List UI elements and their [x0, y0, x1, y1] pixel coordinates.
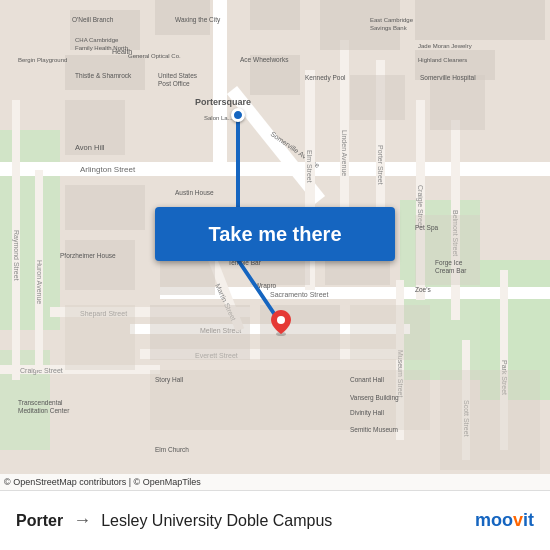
svg-text:Zoe's: Zoe's: [415, 286, 431, 293]
svg-text:General Optical Co.: General Optical Co.: [128, 53, 181, 59]
svg-text:Vanserg Building: Vanserg Building: [350, 394, 399, 402]
svg-text:United States: United States: [158, 72, 198, 79]
moovit-it: it: [523, 510, 534, 530]
svg-text:Portersquare: Portersquare: [195, 97, 251, 107]
svg-text:Raymond Street: Raymond Street: [12, 230, 20, 281]
svg-rect-62: [350, 305, 430, 360]
svg-text:Divinity Hall: Divinity Hall: [350, 409, 385, 417]
svg-rect-51: [350, 75, 405, 120]
svg-text:Kennedy Pool: Kennedy Pool: [305, 74, 346, 82]
svg-text:Cream Bar: Cream Bar: [435, 267, 467, 274]
bottom-bar: Porter → Lesley University Doble Campus …: [0, 490, 550, 550]
attribution-text: © OpenStreetMap contributors | © OpenMap…: [4, 477, 201, 487]
svg-rect-53: [65, 185, 145, 230]
svg-rect-52: [430, 75, 485, 130]
svg-rect-55: [65, 305, 135, 370]
svg-text:Huron Avenue: Huron Avenue: [36, 260, 43, 304]
svg-text:Avon Hill: Avon Hill: [75, 143, 105, 152]
svg-rect-54: [65, 240, 135, 290]
destination-marker: [271, 310, 291, 336]
svg-point-104: [277, 316, 285, 324]
svg-text:Sacramento Street: Sacramento Street: [270, 291, 328, 298]
svg-text:Jade Moran Jewelry: Jade Moran Jewelry: [418, 43, 472, 49]
take-me-there-button[interactable]: Take me there: [155, 207, 395, 261]
svg-text:O'Neill Branch: O'Neill Branch: [72, 16, 114, 23]
moovit-logo-text: moovit: [475, 510, 534, 531]
svg-text:East Cambridge: East Cambridge: [370, 17, 414, 23]
svg-text:Story Hall: Story Hall: [155, 376, 184, 384]
svg-rect-60: [150, 305, 250, 360]
svg-text:Salon La...: Salon La...: [204, 115, 233, 121]
svg-text:Porter Street: Porter Street: [377, 145, 384, 185]
svg-text:Arlington Street: Arlington Street: [80, 165, 136, 174]
svg-rect-1: [0, 130, 60, 330]
svg-text:Forge Ice: Forge Ice: [435, 259, 463, 267]
svg-text:Thistle & Shamrock: Thistle & Shamrock: [75, 72, 132, 79]
moovit-m: moo: [475, 510, 513, 530]
svg-rect-44: [250, 0, 300, 30]
svg-text:Health: Health: [112, 48, 132, 55]
svg-text:Pforzheimer House: Pforzheimer House: [60, 252, 116, 259]
svg-text:Ace Wheelworks: Ace Wheelworks: [240, 56, 289, 63]
svg-text:Austin House: Austin House: [175, 189, 214, 196]
svg-text:Elm Church: Elm Church: [155, 446, 189, 453]
origin-marker: [231, 108, 245, 122]
destination-label: Lesley University Doble Campus: [101, 512, 332, 530]
map-attribution: © OpenStreetMap contributors | © OpenMap…: [0, 474, 550, 490]
svg-text:Bergin Playground: Bergin Playground: [18, 57, 67, 63]
svg-text:Savings Bank: Savings Bank: [370, 25, 408, 31]
svg-rect-46: [415, 0, 545, 40]
svg-text:Somerville Hospital: Somerville Hospital: [420, 74, 476, 82]
svg-text:Semitic Museum: Semitic Museum: [350, 426, 398, 433]
svg-text:Transcendental: Transcendental: [18, 399, 63, 406]
moovit-v: v: [513, 510, 523, 530]
svg-text:CHA Cambridge: CHA Cambridge: [75, 37, 119, 43]
svg-rect-19: [213, 0, 227, 175]
svg-text:Waxing the City: Waxing the City: [175, 16, 221, 24]
svg-text:Highland Cleaners: Highland Cleaners: [418, 57, 467, 63]
origin-label: Porter: [16, 512, 63, 530]
svg-text:Meditation Center: Meditation Center: [18, 407, 70, 414]
svg-text:Elm Street: Elm Street: [306, 150, 313, 183]
svg-text:Conant Hall: Conant Hall: [350, 376, 385, 383]
svg-rect-64: [440, 370, 540, 470]
map-container: Arlington Street Sacramento Street Melle…: [0, 0, 550, 490]
arrow-icon: →: [73, 510, 91, 531]
svg-text:Post Office: Post Office: [158, 80, 190, 87]
svg-text:Pet Spa: Pet Spa: [415, 224, 439, 232]
svg-text:Linden Avenue: Linden Avenue: [341, 130, 348, 176]
moovit-logo: moovit: [475, 510, 534, 531]
